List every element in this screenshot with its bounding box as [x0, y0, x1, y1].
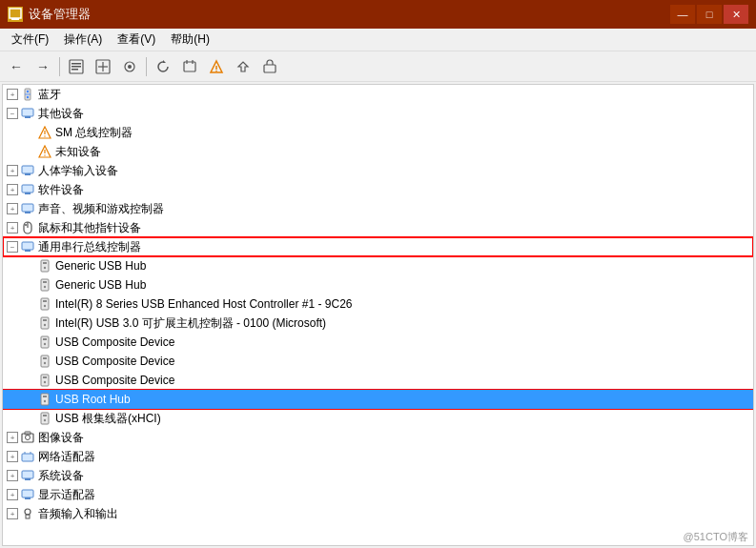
toolbar-btn-3[interactable]: [117, 55, 142, 78]
node-label-generic-hub-2: Generic USB Hub: [55, 278, 146, 292]
tree-node-usb-root-xhci[interactable]: USB 根集线器(xHCI): [3, 409, 753, 428]
node-icon-usb-root-xhci: [37, 411, 52, 426]
tree-node-generic-hub-1[interactable]: Generic USB Hub: [3, 256, 753, 275]
tree-node-network[interactable]: +网络适配器: [3, 447, 753, 466]
svg-rect-41: [25, 250, 31, 252]
svg-rect-63: [41, 394, 49, 405]
tree-node-hid[interactable]: +人体学输入设备: [3, 161, 753, 180]
expand-btn-network[interactable]: +: [7, 451, 18, 462]
tree-node-usb-composite-2[interactable]: USB Composite Device: [3, 352, 753, 371]
tree-node-image-devices[interactable]: +图像设备: [3, 428, 753, 447]
toolbar-btn-1[interactable]: [64, 55, 89, 78]
device-tree[interactable]: +蓝牙−其他设备SM 总线控制器未知设备+人体学输入设备+软件设备+声音、视频和…: [2, 84, 754, 546]
tree-node-other-devices[interactable]: −其他设备: [3, 104, 753, 123]
tree-node-generic-hub-2[interactable]: Generic USB Hub: [3, 275, 753, 294]
node-icon-usb-composite-1: [37, 335, 52, 350]
node-label-system: 系统设备: [38, 468, 84, 484]
svg-rect-43: [43, 262, 47, 264]
expand-btn-bluetooth[interactable]: +: [7, 89, 18, 100]
node-label-software: 软件设备: [38, 182, 84, 198]
forward-button[interactable]: →: [31, 55, 55, 78]
svg-rect-36: [25, 212, 31, 213]
node-icon-intel-usb3: [37, 315, 52, 331]
node-icon-sm-controller: [37, 125, 52, 140]
svg-rect-60: [41, 375, 49, 386]
expand-btn-usb-composite-2: [24, 355, 35, 367]
menu-help[interactable]: 帮助(H): [163, 30, 217, 50]
svg-point-56: [44, 343, 46, 345]
menu-view[interactable]: 查看(V): [110, 30, 163, 50]
svg-point-65: [44, 400, 46, 402]
tree-node-intel-enhanced[interactable]: Intel(R) 8 Series USB Enhanced Host Cont…: [3, 294, 753, 314]
expand-btn-audio-io[interactable]: +: [7, 508, 18, 519]
node-label-intel-usb3: Intel(R) USB 3.0 可扩展主机控制器 - 0100 (Micros…: [55, 315, 326, 332]
expand-btn-image-devices[interactable]: +: [7, 432, 18, 443]
expand-btn-usb-root-xhci: [24, 413, 35, 424]
toolbar-btn-6[interactable]: [204, 55, 229, 78]
tree-node-bluetooth[interactable]: +蓝牙: [3, 85, 753, 104]
tree-node-sm-controller[interactable]: SM 总线控制器: [3, 123, 753, 142]
node-icon-software: [20, 182, 35, 197]
minimize-button[interactable]: —: [670, 5, 695, 24]
tree-node-software[interactable]: +软件设备: [3, 180, 753, 199]
tree-node-audio[interactable]: +声音、视频和游戏控制器: [3, 199, 753, 218]
node-icon-mouse: [20, 220, 35, 235]
expand-btn-generic-hub-2: [24, 279, 35, 291]
tree-node-display[interactable]: +显示适配器: [3, 485, 753, 504]
watermark: @51CTO博客: [684, 530, 748, 544]
refresh-button[interactable]: [151, 55, 175, 78]
node-icon-audio-io: [20, 506, 35, 521]
node-label-usb-composite-1: USB Composite Device: [55, 335, 174, 349]
tree-node-usb-composite-1[interactable]: USB Composite Device: [3, 333, 753, 352]
expand-btn-other-devices[interactable]: −: [7, 108, 18, 119]
expand-btn-hid[interactable]: +: [7, 165, 18, 176]
expand-btn-audio[interactable]: +: [7, 203, 18, 214]
expand-btn-mouse[interactable]: +: [7, 222, 18, 233]
node-icon-image-devices: [20, 430, 35, 445]
expand-btn-usb-controllers[interactable]: −: [7, 241, 18, 253]
node-label-usb-composite-2: USB Composite Device: [55, 355, 174, 368]
svg-rect-0: [10, 9, 21, 18]
svg-rect-46: [43, 281, 47, 283]
svg-point-44: [44, 267, 46, 269]
tree-node-unknown-device[interactable]: 未知设备: [3, 142, 753, 161]
tree-node-mouse[interactable]: +鼠标和其他指针设备: [3, 218, 753, 237]
node-label-display: 显示适配器: [38, 487, 95, 503]
node-label-audio-io: 音频输入和输出: [38, 506, 118, 522]
svg-rect-34: [25, 193, 31, 194]
tree-node-intel-usb3[interactable]: Intel(R) USB 3.0 可扩展主机控制器 - 0100 (Micros…: [3, 314, 753, 333]
svg-rect-75: [22, 471, 33, 478]
toolbar-btn-2[interactable]: [91, 55, 115, 78]
tree-node-usb-controllers[interactable]: −通用串行总线控制器: [3, 237, 753, 256]
node-icon-generic-hub-1: [37, 258, 52, 274]
close-button[interactable]: ✕: [724, 5, 748, 24]
svg-rect-49: [43, 300, 47, 302]
svg-point-30: [44, 154, 45, 155]
menu-action[interactable]: 操作(A): [56, 30, 110, 50]
expand-btn-display[interactable]: +: [7, 489, 18, 500]
toolbar-btn-5[interactable]: [177, 55, 202, 78]
expand-btn-usb-composite-1: [24, 336, 35, 348]
svg-rect-40: [22, 242, 33, 250]
svg-rect-58: [43, 357, 47, 359]
tree-node-usb-root-hub[interactable]: USB Root Hub: [3, 390, 753, 409]
tree-node-usb-composite-3[interactable]: USB Composite Device: [3, 371, 753, 390]
maximize-button[interactable]: □: [697, 5, 722, 24]
menu-file[interactable]: 文件(F): [4, 30, 56, 50]
svg-rect-67: [43, 415, 47, 416]
svg-rect-42: [41, 260, 49, 272]
svg-rect-45: [41, 279, 49, 291]
tree-node-system[interactable]: +系统设备: [3, 466, 753, 485]
expand-btn-system[interactable]: +: [7, 470, 18, 481]
tree-node-audio-io[interactable]: +音频输入和输出: [3, 504, 753, 523]
back-button[interactable]: ←: [4, 55, 29, 78]
svg-rect-78: [25, 497, 31, 499]
node-icon-intel-enhanced: [37, 296, 52, 312]
svg-marker-11: [163, 60, 166, 63]
node-icon-network: [20, 449, 35, 464]
node-icon-hid: [20, 163, 35, 178]
toolbar-btn-7[interactable]: [231, 55, 255, 78]
toolbar-btn-8[interactable]: [257, 55, 282, 78]
node-icon-system: [20, 468, 35, 483]
expand-btn-software[interactable]: +: [7, 184, 18, 195]
